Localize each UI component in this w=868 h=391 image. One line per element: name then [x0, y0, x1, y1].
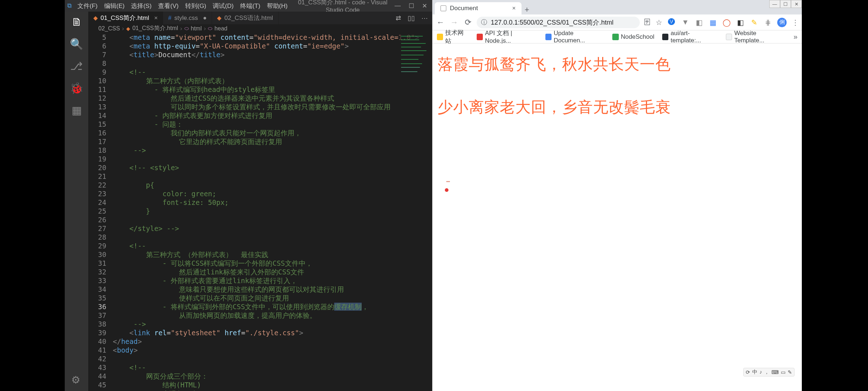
bookmark-item[interactable]: Website Template...	[726, 30, 786, 44]
tag-icon: ⬭	[208, 25, 212, 31]
ime-lang[interactable]: 中	[752, 369, 757, 375]
site-icon	[477, 34, 483, 40]
search-icon[interactable]: 🔍	[70, 38, 83, 50]
tag-icon: ⬭	[184, 25, 189, 31]
html-file-icon: ◆	[126, 26, 130, 31]
extension-icon[interactable]: 🅥	[667, 18, 676, 27]
left-black-margin	[0, 0, 65, 391]
minimap[interactable]	[400, 32, 432, 391]
maximize-icon[interactable]: ☐	[409, 2, 414, 10]
extension-icon[interactable]: ▼	[681, 18, 690, 27]
debug-icon[interactable]: 🐞	[70, 82, 83, 94]
more-actions-icon[interactable]: ⋯	[421, 14, 428, 22]
reload-button[interactable]: ⟳	[463, 18, 473, 27]
extension-icon[interactable]: ⋕	[763, 18, 772, 27]
bookmarks-overflow-icon[interactable]: »	[793, 33, 797, 41]
extension-icon[interactable]: ✎	[750, 18, 758, 27]
chrome-tabs: Document × + — ☐ ✕	[433, 0, 802, 14]
tab-close-icon[interactable]: ×	[154, 14, 158, 22]
close-icon[interactable]: ✕	[791, 0, 802, 8]
vscode-titlebar: ⧉ 文件(F) 编辑(E) 选择(S) 查看(V) 转到(G) 调试(D) 终端…	[65, 0, 432, 12]
site-info-icon[interactable]: ⓘ	[481, 18, 487, 26]
extensions-icon[interactable]: ▦	[72, 104, 82, 117]
breadcrumb-segment[interactable]: head	[214, 25, 227, 32]
tab-label: 02_CSS语法.html	[224, 14, 273, 22]
new-tab-button[interactable]: +	[522, 5, 532, 14]
menu-go[interactable]: 转到(G)	[182, 2, 210, 10]
ime-punct[interactable]: ，	[764, 369, 769, 375]
bookmark-item[interactable]: NodeSchool	[612, 33, 655, 41]
forward-button[interactable]: →	[449, 18, 459, 27]
line-number-gutter: 5678910111213141516171819202122232425262…	[88, 32, 113, 391]
source-control-icon[interactable]: ⎇	[70, 60, 83, 72]
settings-gear-icon[interactable]: ⚙	[71, 374, 80, 386]
laser-pointer-dot	[445, 188, 448, 192]
bookmark-item[interactable]: aui/art-template:...	[662, 30, 718, 44]
favicon-icon	[441, 5, 446, 11]
address-bar[interactable]: ⓘ 127.0.0.1:5500/02_CSS/01_CSS简介.html	[477, 17, 640, 28]
cursor-mark	[446, 181, 450, 182]
poem-line-1: 落霞与孤鹜齐飞，秋水共长天一色	[438, 54, 797, 75]
url-text: 127.0.0.1:5500/02_CSS/01_CSS简介.html	[491, 18, 613, 27]
minimize-icon[interactable]: —	[395, 2, 401, 10]
back-button[interactable]: ←	[435, 18, 446, 27]
bookmarks-bar: 技术网站 API 文档 | Node.js... Update Documen.…	[433, 30, 802, 43]
menu-debug[interactable]: 调试(D)	[209, 2, 237, 10]
menu-selection[interactable]: 选择(S)	[128, 2, 155, 10]
ime-toolbar[interactable]: ⟳ 中 ♪ ， ⌨ ▭ ✎	[743, 368, 795, 377]
folder-icon	[437, 34, 443, 40]
extension-icon[interactable]: ◧	[695, 18, 703, 27]
breadcrumb-segment[interactable]: 02_CSS	[98, 25, 120, 32]
ime-icon[interactable]: ⟳	[746, 369, 750, 375]
profile-avatar[interactable]: 俐	[777, 18, 787, 27]
tab-style-css[interactable]: # style.css ●	[163, 12, 212, 25]
vscode-window: ⧉ 文件(F) 编辑(E) 选择(S) 查看(V) 转到(G) 调试(D) 终端…	[65, 0, 432, 391]
compare-icon[interactable]: ⇄	[396, 14, 401, 22]
editor-area: ◆ 01_CSS简介.html × # style.css ● ◆ 02_CSS…	[88, 12, 432, 391]
menu-file[interactable]: 文件(F)	[74, 2, 101, 10]
css-file-icon: #	[168, 15, 171, 21]
tab-close-icon[interactable]: ×	[512, 5, 516, 12]
chrome-menu-icon[interactable]: ⋮	[792, 18, 799, 27]
menu-terminal[interactable]: 终端(T)	[237, 2, 264, 10]
ime-keyboard-icon[interactable]: ⌨	[771, 369, 779, 375]
toolbar-actions: 🈂 ☆ 🅥 ▼ ◧ ▦ ◯ ◧ ✎ ⋕ 俐 ⋮	[643, 18, 799, 27]
site-icon	[726, 34, 732, 40]
html-file-icon: ◆	[217, 14, 221, 21]
breadcrumb-segment[interactable]: 01_CSS简介.html	[132, 25, 178, 32]
tab-01-css-intro[interactable]: ◆ 01_CSS简介.html ×	[88, 12, 163, 25]
chrome-window-controls: — ☐ ✕	[769, 0, 802, 8]
menu-help[interactable]: 帮助(H)	[264, 2, 291, 10]
chrome-tab-document[interactable]: Document ×	[435, 2, 522, 14]
translate-icon[interactable]: 🈂	[643, 18, 651, 26]
bookmark-item[interactable]: API 文档 | Node.js...	[477, 29, 537, 45]
maximize-icon[interactable]: ☐	[780, 0, 791, 8]
minimize-icon[interactable]: —	[769, 0, 780, 8]
menu-view[interactable]: 查看(V)	[155, 2, 182, 10]
editor-actions: ⇄ ▯▯ ⋯	[396, 14, 432, 22]
tab-02-css-syntax[interactable]: ◆ 02_CSS语法.html	[212, 12, 278, 25]
extension-icon[interactable]: ◯	[722, 18, 731, 27]
ime-icon[interactable]: ♪	[760, 369, 762, 375]
split-editor-icon[interactable]: ▯▯	[408, 14, 415, 22]
extension-icon[interactable]: ◧	[736, 18, 745, 27]
ime-icon[interactable]: ▭	[781, 369, 786, 375]
vscode-logo-icon: ⧉	[65, 2, 74, 9]
poem-line-2: 少小离家老大回，乡音无改鬓毛衰	[438, 97, 797, 117]
bookmark-star-icon[interactable]: ☆	[656, 18, 662, 27]
ime-settings-icon[interactable]: ✎	[788, 369, 792, 375]
chevron-right-icon: ›	[180, 25, 182, 32]
breadcrumb-segment[interactable]: html	[191, 25, 202, 32]
close-icon[interactable]: ✕	[422, 2, 427, 10]
editor-tabs: ◆ 01_CSS简介.html × # style.css ● ◆ 02_CSS…	[88, 12, 432, 25]
menu-edit[interactable]: 编辑(E)	[101, 2, 128, 10]
breadcrumb[interactable]: 02_CSS › ◆ 01_CSS简介.html › ⬭ html › ⬭ he…	[88, 25, 432, 32]
code-content[interactable]: <meta name="viewport" content="width=dev…	[113, 32, 432, 391]
bookmark-folder[interactable]: 技术网站	[437, 29, 469, 45]
bookmark-item[interactable]: Update Documen...	[545, 30, 604, 44]
tab-label: 01_CSS简介.html	[101, 14, 149, 22]
tab-dirty-icon[interactable]: ●	[203, 14, 207, 22]
extension-icon[interactable]: ▦	[709, 18, 717, 27]
explorer-icon[interactable]: 🗎	[71, 16, 82, 28]
code-editor[interactable]: 5678910111213141516171819202122232425262…	[88, 32, 432, 391]
